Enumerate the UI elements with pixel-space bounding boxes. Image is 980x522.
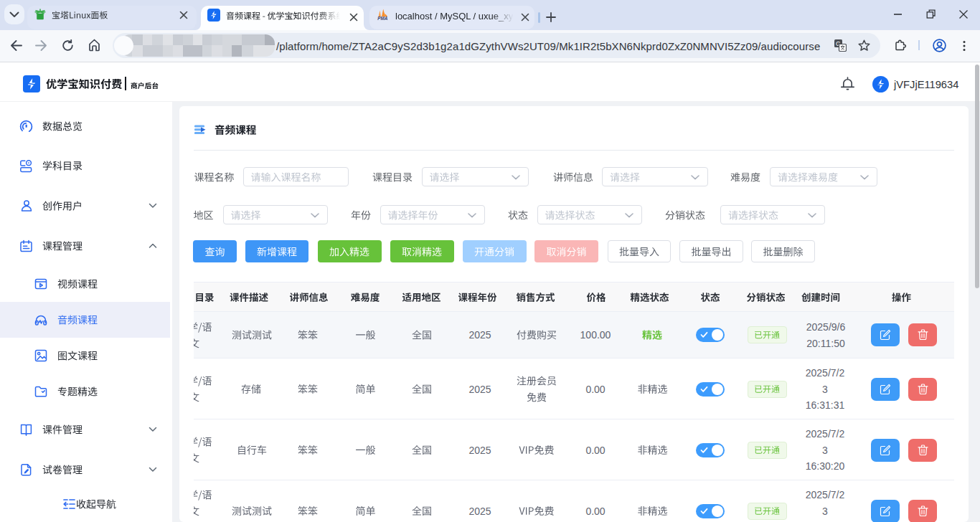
svg-text:PMA: PMA (377, 16, 388, 20)
